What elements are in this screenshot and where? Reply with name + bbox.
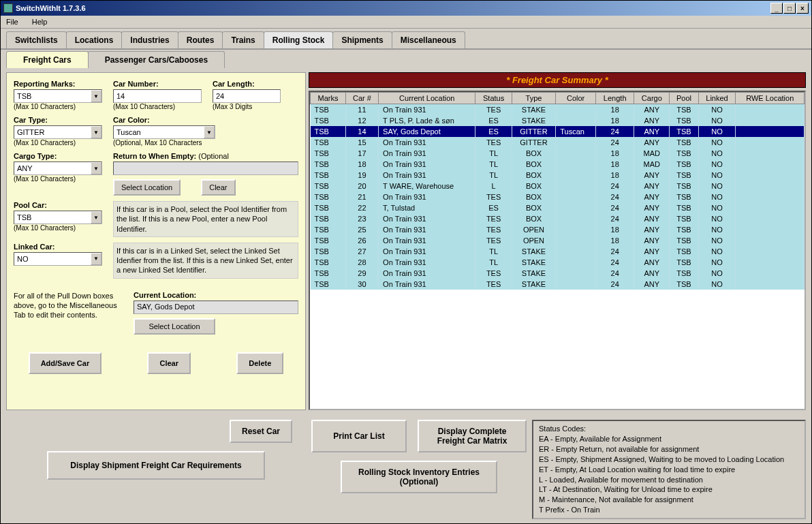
label-cargo-type: Cargo Type: <box>14 152 102 160</box>
table-row[interactable]: TSB14SAY, Gods DepotESGITTERTuscan24ANYT… <box>311 126 805 137</box>
maximize-button[interactable]: □ <box>783 3 796 14</box>
app-icon <box>3 3 13 13</box>
tab-switchlists[interactable]: Switchlists <box>6 31 67 48</box>
inventory-entries-button[interactable]: Rolling Stock Inventory Entries (Optiona… <box>341 461 497 493</box>
main-tabs: SwitchlistsLocationsIndustriesRoutesTrai… <box>1 29 811 50</box>
table-row[interactable]: TSB12T PLS, P. Lade & sønESSTAKE18ANYTSB… <box>311 115 805 126</box>
col-cargo[interactable]: Cargo <box>634 93 670 104</box>
tab-industries[interactable]: Industries <box>121 31 178 48</box>
add-save-car-button[interactable]: Add/Save Car <box>29 352 102 374</box>
table-row[interactable]: TSB28On Train 931TLSTAKE24ANYTSBNO <box>311 257 805 268</box>
label-current-location: Current Location: <box>134 291 298 299</box>
col-pool[interactable]: Pool <box>670 93 698 104</box>
table-row[interactable]: TSB23On Train 931TESBOX24ANYTSBNO <box>311 213 805 224</box>
chevron-down-icon: ▼ <box>204 126 215 138</box>
select-location-button-2[interactable]: Select Location <box>134 318 215 335</box>
select-linked-car[interactable]: NO▼ <box>14 252 102 266</box>
status-codes-box: Status Codes:EA - Empty, Available for A… <box>532 420 806 519</box>
table-row[interactable]: TSB17On Train 931TLBOX18MADTSBNO <box>311 148 805 159</box>
sub-tabs: Freight CarsPassenger Cars/Cabooses <box>1 50 811 68</box>
menu-file[interactable]: File <box>3 17 21 27</box>
tab-shipments[interactable]: Shipments <box>332 31 392 48</box>
label-reporting-marks: Reporting Marks: <box>14 80 102 88</box>
select-car-type[interactable]: GITTER▼ <box>14 125 102 139</box>
select-car-color[interactable]: Tuscan▼ <box>113 125 215 139</box>
label-car-length: Car Length: <box>213 80 281 88</box>
display-requirements-button[interactable]: Display Shipment Freight Car Requirement… <box>47 451 265 480</box>
tab-locations[interactable]: Locations <box>66 31 123 48</box>
chevron-down-icon: ▼ <box>91 253 102 265</box>
chevron-down-icon: ▼ <box>91 162 102 174</box>
table-row[interactable]: TSB26On Train 931TESOPEN18ANYTSBNO <box>311 235 805 246</box>
input-car-length[interactable] <box>213 89 281 103</box>
close-button[interactable]: × <box>796 3 809 14</box>
table-row[interactable]: TSB21On Train 931TESBOX24ANYTSBNO <box>311 191 805 202</box>
menu-help[interactable]: Help <box>29 17 50 27</box>
label-return-empty: Return to When Empty: (Optional <box>113 152 298 160</box>
tab-miscellaneous[interactable]: Miscellaneous <box>392 31 465 48</box>
table-row[interactable]: TSB27On Train 931TLSTAKE24ANYTSBNO <box>311 246 805 257</box>
select-location-button-1[interactable]: Select Location <box>113 179 181 196</box>
col-linked[interactable]: Linked <box>698 93 736 104</box>
col-color[interactable]: Color <box>556 93 596 104</box>
select-cargo-type[interactable]: ANY▼ <box>14 161 102 175</box>
table-row[interactable]: TSB19On Train 931TLBOX18ANYTSBNO <box>311 170 805 181</box>
label-linked-car: Linked Car: <box>14 243 102 251</box>
chevron-down-icon: ▼ <box>91 90 102 102</box>
table-row[interactable]: TSB25On Train 931TESOPEN18ANYTSBNO <box>311 224 805 235</box>
subtab-freight-cars[interactable]: Freight Cars <box>6 51 89 68</box>
input-car-number[interactable] <box>113 89 202 103</box>
help-linked-car: If this car is in a Linked Set, select t… <box>113 243 298 279</box>
col-current-location[interactable]: Current Location <box>379 93 475 104</box>
print-car-list-button[interactable]: Print Car List <box>311 420 407 452</box>
col-status[interactable]: Status <box>475 93 512 104</box>
chevron-down-icon: ▼ <box>91 126 102 138</box>
field-current-location: SAY, Gods Depot <box>134 300 298 314</box>
clear-button-2[interactable]: Clear <box>147 352 191 374</box>
table-row[interactable]: TSB20T WARE, WarehouseLBOX24ANYTSBNO <box>311 181 805 191</box>
summary-title: * Freight Car Summary * <box>309 72 806 88</box>
field-return-empty <box>113 161 298 175</box>
col-length[interactable]: Length <box>596 93 634 104</box>
table-row[interactable]: TSB30On Train 931TESSTAKE24ANYTSBNO <box>311 279 805 290</box>
pulldown-note: For all of the Pull Down boxes above, go… <box>14 291 123 320</box>
select-pool-car[interactable]: TSB▼ <box>14 211 102 224</box>
window-title: SwitchWithIt 1.7.3.6 <box>16 4 86 12</box>
table-row[interactable]: TSB22T, TulstadESBOX24ANYTSBNO <box>311 202 805 213</box>
app-window: SwitchWithIt 1.7.3.6 _ □ × File Help Swi… <box>0 0 812 524</box>
titlebar: SwitchWithIt 1.7.3.6 _ □ × <box>1 1 811 16</box>
col-rwe-location[interactable]: RWE Location <box>736 93 805 104</box>
table-row[interactable]: TSB18On Train 931TLBOX18MADTSBNO <box>311 159 805 170</box>
tab-rolling-stock[interactable]: Rolling Stock <box>264 31 334 48</box>
summary-table: MarksCar #Current LocationStatusTypeColo… <box>310 92 805 290</box>
minimize-button[interactable]: _ <box>770 3 783 14</box>
label-car-type: Car Type: <box>14 116 102 124</box>
display-matrix-button[interactable]: Display Complete Freight Car Matrix <box>418 420 527 452</box>
tab-trains[interactable]: Trains <box>222 31 264 48</box>
help-pool-car: If this car is in a Pool, select the Poo… <box>113 201 298 237</box>
table-row[interactable]: TSB29On Train 931TESSTAKE24ANYTSBNO <box>311 268 805 279</box>
table-row[interactable]: TSB11On Train 931TESSTAKE18ANYTSBNO <box>311 104 805 116</box>
subtab-passenger-cars-cabooses[interactable]: Passenger Cars/Cabooses <box>88 51 225 68</box>
form-panel: Reporting Marks: TSB▼ (Max 10 Characters… <box>6 72 306 410</box>
reset-car-button[interactable]: Reset Car <box>230 420 292 443</box>
col-car-[interactable]: Car # <box>345 93 378 104</box>
select-reporting-marks[interactable]: TSB▼ <box>14 89 102 103</box>
summary-table-wrap[interactable]: MarksCar #Current LocationStatusTypeColo… <box>309 91 806 410</box>
tab-routes[interactable]: Routes <box>178 31 223 48</box>
table-row[interactable]: TSB15On Train 931TESGITTER24ANYTSBNO <box>311 137 805 148</box>
menubar: File Help <box>1 16 811 29</box>
chevron-down-icon: ▼ <box>91 211 102 224</box>
col-marks[interactable]: Marks <box>311 93 346 104</box>
label-car-color: Car Color: <box>113 116 215 124</box>
label-car-number: Car Number: <box>113 80 202 88</box>
clear-button-1[interactable]: Clear <box>201 179 235 196</box>
label-pool-car: Pool Car: <box>14 201 102 209</box>
delete-button[interactable]: Delete <box>236 352 283 374</box>
col-type[interactable]: Type <box>512 93 555 104</box>
